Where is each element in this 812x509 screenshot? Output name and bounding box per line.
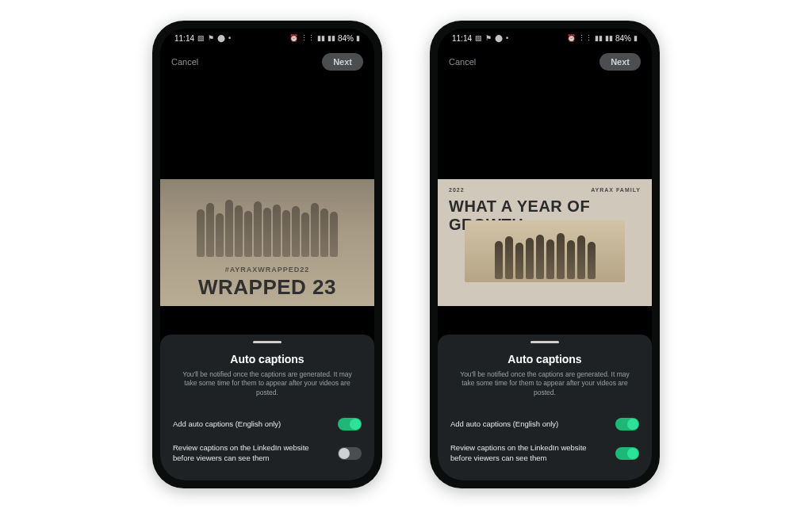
signal-icon: ▮▮ (595, 34, 603, 42)
setting-review-captions: Review captions on the LinkedIn website … (173, 437, 362, 469)
clock: 11:14 (452, 34, 472, 43)
phone-left: 11:14 ▧ ⚑ ⬤ • ⏰ ⋮⋮ ▮▮ ▮▮ 84% ▮ Cancel Ne… (152, 21, 382, 488)
setting-label: Add auto captions (English only) (173, 419, 330, 429)
sheet-description: You'll be notified once the captions are… (450, 370, 639, 397)
clock: 11:14 (174, 34, 194, 43)
team-photo (465, 220, 625, 282)
toggle-review-captions[interactable] (615, 447, 639, 460)
next-button[interactable]: Next (322, 53, 363, 71)
snap-icon: ⬤ (217, 34, 225, 42)
auto-captions-sheet: Auto captions You'll be notified once th… (160, 335, 374, 480)
setting-review-captions: Review captions on the LinkedIn website … (450, 437, 639, 469)
sheet-grabber[interactable] (253, 341, 282, 343)
more-icon: • (228, 34, 231, 42)
cancel-button[interactable]: Cancel (171, 57, 198, 67)
gallery-icon: ▧ (475, 34, 482, 42)
setting-label: Add auto captions (English only) (450, 419, 607, 429)
gallery-icon: ▧ (197, 34, 205, 42)
signal-icon: ▮▮ (317, 34, 325, 42)
setting-add-auto-captions: Add auto captions (English only) (173, 411, 362, 437)
more-icon: • (506, 34, 508, 42)
toggle-review-captions[interactable] (338, 447, 362, 460)
notification-icon: ⚑ (485, 34, 492, 42)
setting-label: Review captions on the LinkedIn website … (450, 443, 607, 463)
screen: 11:14 ▧ ⚑ ⬤ • ⏰ ⋮⋮ ▮▮ ▮▮ 84% ▮ Cancel Ne… (438, 29, 652, 480)
screen: 11:14 ▧ ⚑ ⬤ • ⏰ ⋮⋮ ▮▮ ▮▮ 84% ▮ Cancel Ne… (160, 29, 374, 480)
content-area: #AYRAXWRAPPED22 WRAPPED 23 (160, 76, 374, 335)
navbar: Cancel Next (438, 48, 652, 76)
toggle-add-auto-captions[interactable] (338, 418, 362, 431)
sheet-grabber[interactable] (530, 341, 559, 343)
next-button[interactable]: Next (599, 53, 641, 71)
video-title: WRAPPED 23 (198, 275, 336, 300)
snap-icon: ⬤ (495, 34, 503, 42)
battery-text: 84% (338, 34, 354, 43)
battery-text: 84% (615, 34, 631, 43)
signal2-icon: ▮▮ (605, 34, 613, 42)
setting-label: Review captions on the LinkedIn website … (173, 443, 330, 463)
setting-add-auto-captions: Add auto captions (English only) (450, 411, 639, 437)
auto-captions-sheet: Auto captions You'll be notified once th… (438, 335, 652, 480)
sheet-title: Auto captions (173, 353, 362, 365)
cancel-button[interactable]: Cancel (449, 57, 476, 67)
phone-right: 11:14 ▧ ⚑ ⬤ • ⏰ ⋮⋮ ▮▮ ▮▮ 84% ▮ Cancel Ne… (430, 21, 660, 488)
wifi-icon: ⋮⋮ (301, 34, 315, 42)
alarm-icon: ⏰ (289, 34, 298, 42)
notification-icon: ⚑ (208, 34, 214, 42)
video-hashtag: #AYRAXWRAPPED22 (225, 266, 310, 274)
strip-right: AYRAX FAMILY (591, 187, 641, 193)
sheet-description: You'll be notified once the captions are… (173, 370, 362, 397)
status-bar: 11:14 ▧ ⚑ ⬤ • ⏰ ⋮⋮ ▮▮ ▮▮ 84% ▮ (160, 29, 374, 48)
content-area: 2022 AYRAX FAMILY WHAT A YEAR OF GROWTH (438, 76, 652, 335)
video-preview[interactable]: #AYRAXWRAPPED22 WRAPPED 23 (160, 179, 374, 306)
alarm-icon: ⏰ (567, 34, 576, 42)
strip-left: 2022 (449, 187, 465, 193)
navbar: Cancel Next (160, 48, 374, 76)
signal2-icon: ▮▮ (327, 34, 335, 42)
wifi-icon: ⋮⋮ (578, 34, 592, 42)
battery-icon: ▮ (634, 34, 638, 42)
battery-icon: ▮ (356, 34, 360, 42)
toggle-add-auto-captions[interactable] (615, 418, 639, 431)
status-bar: 11:14 ▧ ⚑ ⬤ • ⏰ ⋮⋮ ▮▮ ▮▮ 84% ▮ (438, 29, 652, 48)
sheet-title: Auto captions (450, 353, 639, 365)
video-preview[interactable]: 2022 AYRAX FAMILY WHAT A YEAR OF GROWTH (438, 179, 652, 306)
